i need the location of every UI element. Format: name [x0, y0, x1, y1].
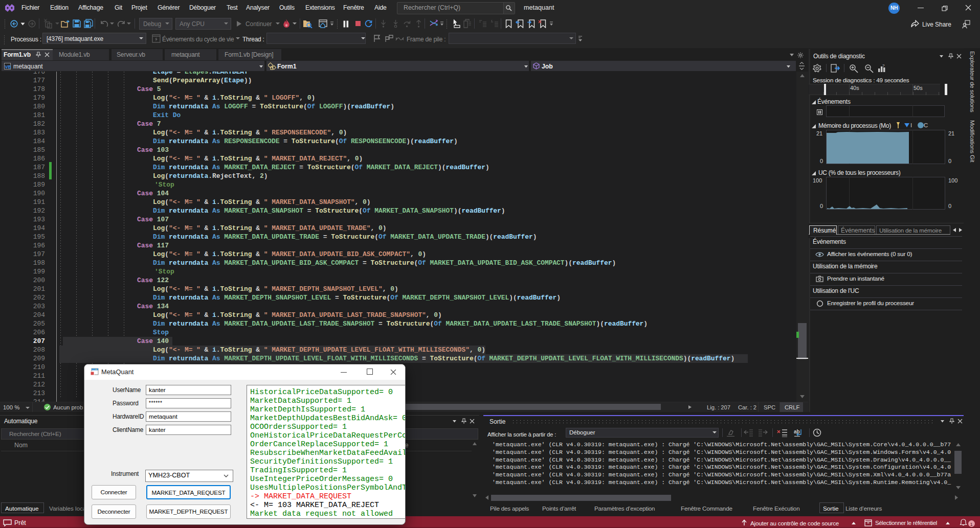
svg-text:?: ? — [882, 64, 885, 68]
svg-text:ab: ab — [794, 429, 800, 434]
